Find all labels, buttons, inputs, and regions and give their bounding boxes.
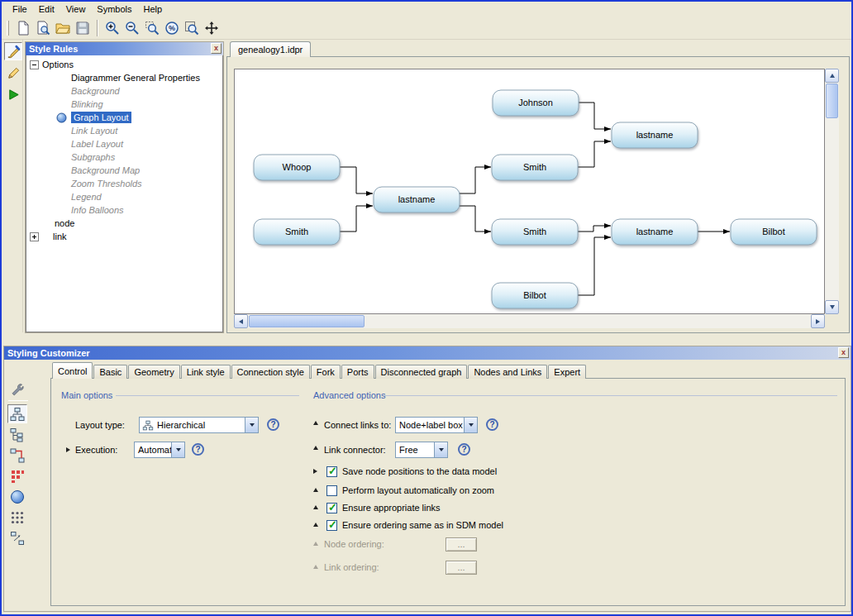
menu-edit[interactable]: Edit xyxy=(33,3,60,15)
link-connector-help-button[interactable]: ? xyxy=(458,443,470,456)
diagram-node[interactable]: lastname xyxy=(612,219,698,245)
link-smith-lastname-lower[interactable] xyxy=(578,226,611,232)
layout-grid-button[interactable] xyxy=(7,508,27,527)
layout-hierarchical-button[interactable] xyxy=(7,404,27,423)
tab-link-style[interactable]: Link style xyxy=(181,365,231,379)
style-rules-titlebar[interactable]: Style Rules x xyxy=(26,42,223,55)
menu-file[interactable]: File xyxy=(7,3,33,15)
layout-tree-button[interactable] xyxy=(7,425,27,444)
print-preview-button[interactable] xyxy=(33,18,52,37)
connect-links-select[interactable]: Node+label box xyxy=(395,417,478,433)
combo-dropdown-button[interactable] xyxy=(245,418,258,432)
tree-item-background-map[interactable]: Background Map xyxy=(26,164,222,177)
pan-button[interactable] xyxy=(202,18,221,37)
horizontal-scrollbar[interactable] xyxy=(234,314,825,328)
tab-disconnected-graph[interactable]: Disconnected graph xyxy=(375,365,468,379)
styling-customizer-titlebar[interactable]: Styling Customizer x xyxy=(4,346,851,360)
layout-random-button[interactable] xyxy=(7,528,27,547)
tab-control[interactable]: Control xyxy=(52,362,93,379)
layout-table-button[interactable] xyxy=(7,466,27,485)
layout-type-help-button[interactable]: ? xyxy=(267,418,279,431)
save-node-positions-checkbox[interactable] xyxy=(326,466,337,477)
tab-connection-style[interactable]: Connection style xyxy=(231,365,310,379)
diagram-node[interactable]: Whoop xyxy=(254,155,340,180)
diagram-node[interactable]: Smith xyxy=(492,219,578,245)
tab-expert[interactable]: Expert xyxy=(548,365,586,379)
collapse-marker-up-icon[interactable] xyxy=(313,488,318,492)
menu-help[interactable]: Help xyxy=(138,3,169,15)
scroll-left-button[interactable] xyxy=(234,314,248,328)
tree-item-diagrammer-general-properties[interactable]: Diagrammer General Properties xyxy=(26,71,222,84)
execution-select[interactable]: Automatic xyxy=(134,442,185,458)
diagram-node[interactable]: Smith xyxy=(254,219,340,245)
collapse-marker-up-icon[interactable] xyxy=(313,421,318,425)
diagram-node[interactable]: lastname xyxy=(374,187,460,212)
symbol-pencil-button[interactable] xyxy=(4,64,22,82)
diagram-node[interactable]: Bilbot xyxy=(492,283,578,308)
tab-ports[interactable]: Ports xyxy=(341,365,374,379)
collapse-marker-up-icon[interactable] xyxy=(313,505,318,509)
style-rules-close-button[interactable]: x xyxy=(211,43,222,54)
layout-type-select[interactable]: Hierarchical xyxy=(139,417,259,433)
diagram-node[interactable]: Bilbot xyxy=(731,219,817,245)
expand-marker-right-icon[interactable] xyxy=(313,469,317,474)
link-johnson-lastname[interactable] xyxy=(579,103,611,129)
scroll-right-button[interactable] xyxy=(811,314,825,328)
link-smith-lastname[interactable] xyxy=(340,206,373,232)
run-apply-button[interactable] xyxy=(4,85,22,103)
tree-item-zoom-thresholds[interactable]: Zoom Thresholds xyxy=(26,177,222,190)
tree-item-node[interactable]: node xyxy=(26,217,222,230)
tree-item-blinking[interactable]: Blinking xyxy=(26,98,222,111)
tree-item-background[interactable]: Background xyxy=(26,84,222,98)
diagram-canvas[interactable]: Johnson lastname Whoop xyxy=(234,69,825,314)
toolbar-grip[interactable] xyxy=(7,21,9,36)
zoom-out-button[interactable] xyxy=(122,18,141,37)
link-connector-select[interactable]: Free xyxy=(395,442,448,458)
tab-basic[interactable]: Basic xyxy=(93,365,127,379)
menu-symbols[interactable]: Symbols xyxy=(91,3,137,15)
tree-item-options[interactable]: Options xyxy=(26,58,222,71)
tree-item-link-layout[interactable]: Link Layout xyxy=(26,124,222,137)
layout-circular-button[interactable] xyxy=(7,487,27,506)
link-whoop-lastname[interactable] xyxy=(340,167,373,193)
ensure-appropriate-links-checkbox[interactable] xyxy=(326,503,337,513)
combo-dropdown-button[interactable] xyxy=(171,442,184,457)
combo-dropdown-button[interactable] xyxy=(434,442,447,457)
tree-item-info-balloons[interactable]: Info Balloons xyxy=(26,203,222,217)
collapse-expander-icon[interactable] xyxy=(30,60,39,69)
scroll-up-button[interactable] xyxy=(825,69,839,83)
scroll-down-button[interactable] xyxy=(825,300,839,314)
tab-fork[interactable]: Fork xyxy=(311,365,341,379)
layout-link-button[interactable] xyxy=(7,446,27,465)
tree-item-label-layout[interactable]: Label Layout xyxy=(26,137,222,150)
zoom-in-button[interactable] xyxy=(102,18,122,37)
ensure-ordering-checkbox[interactable] xyxy=(326,520,337,531)
styling-customizer-close-button[interactable]: x xyxy=(838,347,849,358)
zoom-area-button[interactable] xyxy=(142,18,161,37)
diagram-node[interactable]: lastname xyxy=(612,122,698,148)
perform-layout-on-zoom-checkbox[interactable] xyxy=(326,485,337,496)
save-button[interactable] xyxy=(73,18,92,37)
tree-item-graph-layout[interactable]: Graph Layout xyxy=(26,111,222,124)
connect-links-help-button[interactable]: ? xyxy=(486,418,498,431)
combo-dropdown-button[interactable] xyxy=(464,418,477,432)
tree-item-link[interactable]: link xyxy=(26,230,222,243)
link-ordering-button[interactable]: ... xyxy=(446,561,477,575)
diagram-node[interactable]: Smith xyxy=(492,155,578,180)
node-ordering-button[interactable]: ... xyxy=(446,537,477,552)
link-smith-lastname-top[interactable] xyxy=(578,141,611,167)
new-document-button[interactable] xyxy=(13,18,32,37)
tree-item-legend[interactable]: Legend xyxy=(26,190,222,203)
open-folder-button[interactable] xyxy=(53,18,72,37)
collapse-marker-up-icon[interactable] xyxy=(313,446,318,450)
menu-view[interactable]: View xyxy=(60,3,92,15)
style-brush-button[interactable] xyxy=(4,42,22,60)
vertical-scrollbar[interactable] xyxy=(825,69,839,314)
collapse-marker-up-icon[interactable] xyxy=(313,523,318,527)
expand-marker-right-icon[interactable] xyxy=(66,447,70,452)
link-lastname-smith-lower[interactable] xyxy=(460,206,491,232)
expand-expander-icon[interactable] xyxy=(30,232,39,241)
execution-help-button[interactable]: ? xyxy=(192,443,204,456)
zoom-percent-button[interactable]: % xyxy=(162,18,181,37)
tab-genealogy1[interactable]: genealogy1.idpr xyxy=(230,41,311,57)
